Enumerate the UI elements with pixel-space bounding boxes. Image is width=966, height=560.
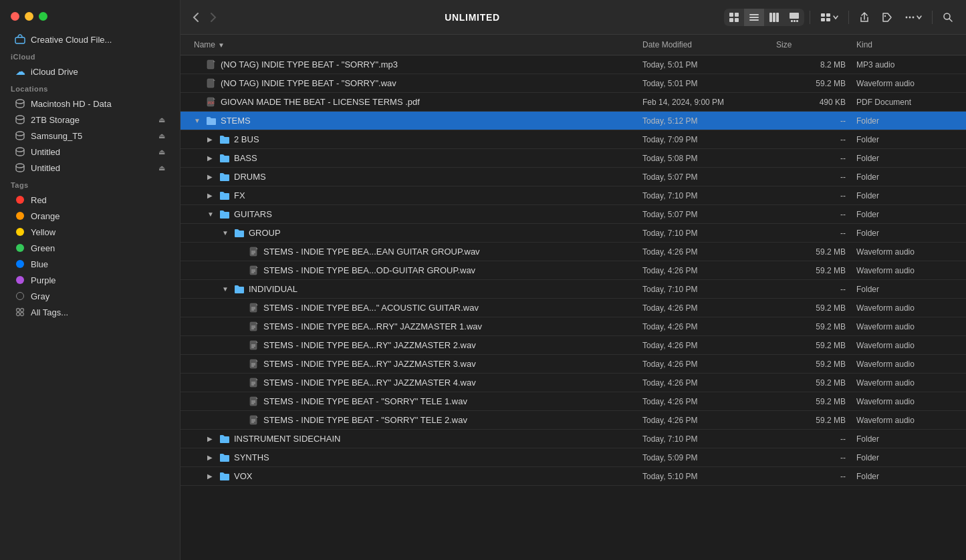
list-view-button[interactable] <box>744 9 764 26</box>
svg-point-6 <box>17 309 20 312</box>
sidebar-tag-gray[interactable]: Gray <box>4 288 176 304</box>
sidebar-item-creative-cloud[interactable]: Creative Cloud File... <box>4 31 176 47</box>
back-button[interactable] <box>189 9 203 25</box>
close-button[interactable] <box>11 12 19 21</box>
expand-arrow[interactable]: ▼ <box>194 117 202 124</box>
location-label: Macintosh HD - Data <box>31 99 165 109</box>
search-button[interactable] <box>938 9 958 26</box>
tag-label: Yellow <box>31 227 165 237</box>
file-type-icon <box>219 153 230 164</box>
table-row[interactable]: PDF GIOVAN MADE THE BEAT - LICENSE TERMS… <box>180 93 966 112</box>
expand-arrow[interactable]: ▼ <box>207 211 215 218</box>
table-row[interactable]: STEMS - INDIE TYPE BEAT - "SORRY" TELE 2… <box>180 411 966 430</box>
eject-icon[interactable]: ⏏ <box>158 148 165 156</box>
file-size-cell: -- <box>771 470 851 483</box>
expand-arrow[interactable]: ▶ <box>207 192 215 199</box>
file-name-cell: ▶ DRUMS <box>189 170 637 184</box>
expand-arrow[interactable]: ▶ <box>207 454 215 461</box>
forward-button[interactable] <box>206 9 221 25</box>
table-row[interactable]: (NO TAG) INDIE TYPE BEAT - "SORRY".mp3 T… <box>180 55 966 74</box>
column-view-button[interactable] <box>764 9 784 26</box>
sidebar-tag-yellow[interactable]: Yellow <box>4 224 176 240</box>
sidebar-item-macintosh-hd---data[interactable]: Macintosh HD - Data <box>4 96 176 112</box>
icon-view-button[interactable] <box>724 9 744 26</box>
svg-rect-16 <box>749 19 759 21</box>
sidebar-tag-blue[interactable]: Blue <box>4 256 176 272</box>
more-options-button[interactable] <box>900 9 927 26</box>
file-date-cell: Today, 7:09 PM <box>637 133 771 146</box>
svg-rect-26 <box>821 18 825 21</box>
file-date-cell: Today, 5:10 PM <box>637 470 771 483</box>
share-button[interactable] <box>854 9 874 26</box>
expand-arrow[interactable]: ▼ <box>222 229 230 237</box>
col-kind-header[interactable]: Kind <box>851 37 958 52</box>
tag-button[interactable] <box>877 9 897 26</box>
file-name-text: DRUMS <box>234 172 266 182</box>
file-name-cell: STEMS - INDIE TYPE BEAT - "SORRY" TELE 2… <box>189 413 637 428</box>
tag-label: All Tags... <box>31 307 165 317</box>
expand-arrow[interactable]: ▶ <box>207 173 215 180</box>
table-row[interactable]: ▼ GUITARS Today, 5:07 PM -- Folder <box>180 205 966 224</box>
file-name-text: STEMS - INDIE TYPE BEA...RRY" JAZZMASTER… <box>263 321 482 331</box>
table-row[interactable]: ▶ FX Today, 7:10 PM -- Folder <box>180 186 966 205</box>
table-row[interactable]: STEMS - INDIE TYPE BEA...RY" JAZZMASTER … <box>180 336 966 355</box>
expand-arrow[interactable]: ▼ <box>222 285 230 293</box>
sidebar-item-icloud-drive[interactable]: ☁ iCloud Drive <box>4 63 176 80</box>
group-by-button[interactable] <box>816 9 843 26</box>
expand-arrow[interactable]: ▶ <box>207 472 215 480</box>
svg-rect-17 <box>769 13 772 22</box>
maximize-button[interactable] <box>39 12 47 21</box>
sidebar-tag-orange[interactable]: Orange <box>4 208 176 224</box>
file-name-text: STEMS <box>221 116 251 126</box>
expand-arrow[interactable]: ▶ <box>207 154 215 162</box>
sidebar-tag-purple[interactable]: Purple <box>4 272 176 288</box>
table-row[interactable]: ▶ INSTRUMENT SIDECHAIN Today, 7:10 PM --… <box>180 430 966 448</box>
table-row[interactable]: STEMS - INDIE TYPE BEA...RY" JAZZMASTER … <box>180 355 966 374</box>
col-name-header[interactable]: Name ▼ <box>189 37 637 52</box>
table-row[interactable]: ▶ SYNTHS Today, 5:09 PM -- Folder <box>180 448 966 467</box>
table-row[interactable]: STEMS - INDIE TYPE BEA...OD-GUITAR GROUP… <box>180 261 966 280</box>
table-row[interactable]: ▼ STEMS Today, 5:12 PM -- Folder <box>180 112 966 130</box>
table-row[interactable]: STEMS - INDIE TYPE BEA..." ACOUSTIC GUIT… <box>180 299 966 317</box>
sidebar-item-untitled[interactable]: Untitled ⏏ <box>4 144 176 160</box>
expand-arrow[interactable]: ▶ <box>207 136 215 143</box>
col-date-header[interactable]: Date Modified <box>637 37 771 52</box>
table-row[interactable]: ▶ 2 BUS Today, 7:09 PM -- Folder <box>180 130 966 149</box>
file-type-icon <box>249 396 259 407</box>
table-row[interactable]: (NO TAG) INDIE TYPE BEAT - "SORRY".wav T… <box>180 74 966 93</box>
eject-icon[interactable]: ⏏ <box>158 132 165 140</box>
table-row[interactable]: ▶ DRUMS Today, 5:07 PM -- Folder <box>180 168 966 186</box>
table-row[interactable]: ▼ INDIVIDUAL Today, 7:10 PM -- Folder <box>180 280 966 299</box>
sidebar-tag-red[interactable]: Red <box>4 192 176 208</box>
table-row[interactable]: STEMS - INDIE TYPE BEA...EAN GUITAR GROU… <box>180 243 966 261</box>
file-size-cell: 8.2 MB <box>771 58 851 72</box>
table-row[interactable]: STEMS - INDIE TYPE BEAT - "SORRY" TELE 1… <box>180 392 966 411</box>
table-row[interactable]: ▶ BASS Today, 5:08 PM -- Folder <box>180 149 966 168</box>
file-size-cell: 59.2 MB <box>771 376 851 390</box>
table-row[interactable]: ▶ VOX Today, 5:10 PM -- Folder <box>180 467 966 486</box>
minimize-button[interactable] <box>25 12 33 21</box>
eject-icon[interactable]: ⏏ <box>158 116 165 124</box>
file-name-cell: ▶ VOX <box>189 469 637 484</box>
file-date-cell: Today, 7:10 PM <box>637 227 771 240</box>
sidebar-tag-green[interactable]: Green <box>4 240 176 256</box>
expand-arrow[interactable]: ▶ <box>207 435 215 442</box>
file-name-cell: ▶ FX <box>189 188 637 203</box>
sidebar-item-2tb-storage[interactable]: 2TB Storage ⏏ <box>4 112 176 128</box>
col-size-header[interactable]: Size <box>771 37 851 52</box>
file-date-cell: Today, 5:01 PM <box>637 77 771 90</box>
file-type-icon <box>234 284 245 295</box>
sidebar-item-untitled[interactable]: Untitled ⏏ <box>4 160 176 176</box>
table-row[interactable]: ▼ GROUP Today, 7:10 PM -- Folder <box>180 224 966 243</box>
sidebar-item-samsung_t5[interactable]: Samsung_T5 ⏏ <box>4 128 176 144</box>
file-name-cell: STEMS - INDIE TYPE BEA..." ACOUSTIC GUIT… <box>189 301 637 315</box>
file-kind-cell: MP3 audio <box>851 58 958 72</box>
eject-icon[interactable]: ⏏ <box>158 164 165 172</box>
sidebar-tag-all-tags...[interactable]: All Tags... <box>4 304 176 320</box>
table-row[interactable]: STEMS - INDIE TYPE BEA...RY" JAZZMASTER … <box>180 374 966 392</box>
table-row[interactable]: STEMS - INDIE TYPE BEA...RRY" JAZZMASTER… <box>180 317 966 336</box>
gallery-view-button[interactable] <box>784 9 804 26</box>
file-date-cell: Today, 4:26 PM <box>637 414 771 427</box>
file-name-cell: STEMS - INDIE TYPE BEA...OD-GUITAR GROUP… <box>189 263 637 278</box>
file-size-cell: -- <box>771 451 851 464</box>
